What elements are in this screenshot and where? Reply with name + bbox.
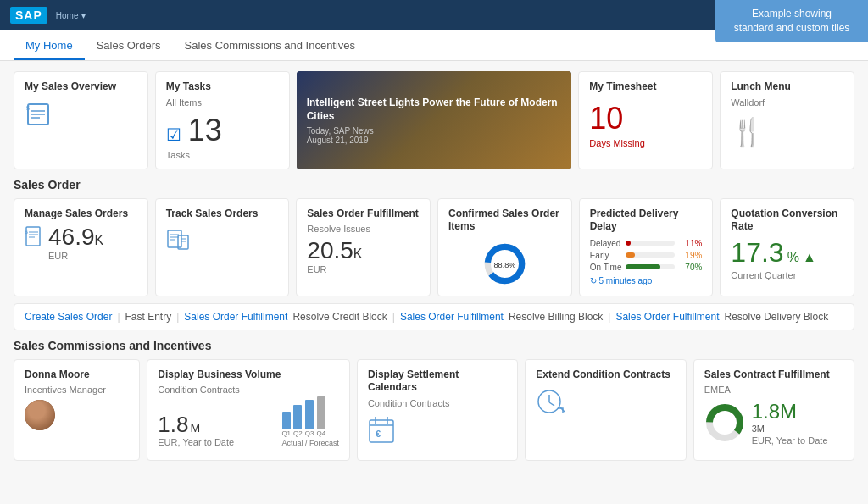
- news-tile[interactable]: Intelligent Street Lights Power the Futu…: [297, 71, 572, 169]
- fulfillment-value: 20.5: [307, 239, 353, 263]
- svg-text:88.8%: 88.8%: [493, 261, 515, 269]
- check-icon: ☑: [166, 125, 181, 145]
- bv-unit: EUR, Year to Date: [158, 437, 234, 447]
- cutlery-icon: 🍴: [731, 116, 843, 148]
- track-icon: [166, 227, 279, 257]
- refresh-time: 5 minutes ago: [598, 276, 652, 285]
- bar-q3: Q3: [305, 400, 314, 437]
- bv-suffix: M: [190, 421, 200, 435]
- predicted-delivery-tile[interactable]: Predicted Delivery Delay Delayed 11% Ear…: [579, 198, 714, 296]
- svg-text:€: €: [376, 429, 381, 439]
- my-home-tiles: My Sales Overview $ My Tasks All Items ☑…: [14, 71, 854, 169]
- ql-resolve-billing: Resolve Billing Block: [509, 311, 603, 323]
- my-sales-overview-tile[interactable]: My Sales Overview $: [14, 71, 148, 169]
- bv-value: 1.8: [158, 413, 188, 435]
- lunch-menu-tile[interactable]: Lunch Menu Walldorf 🍴: [720, 71, 854, 169]
- contract-value: 1.8M: [752, 400, 828, 424]
- tile-subtitle: Condition Contracts: [158, 385, 339, 395]
- tooltip-line1: Example showing: [752, 8, 832, 19]
- home-label-text: Home: [56, 11, 79, 20]
- bar-q4: Q4: [316, 396, 326, 437]
- chart-label: Actual / Forecast: [281, 439, 339, 447]
- tile-subtitle: Resolve Issues: [307, 224, 420, 234]
- commissions-section-title: Sales Commissions and Incentives: [14, 339, 854, 352]
- delivery-bars: Delayed 11% Early 19% On Time 70%: [590, 239, 703, 272]
- bar-chart: Q1 Q2 Q3 Q4: [281, 403, 339, 437]
- person-name: Donna Moore: [25, 368, 129, 382]
- svg-rect-5: [26, 227, 40, 246]
- svg-rect-10: [168, 230, 181, 247]
- tile-title: Track Sales Orders: [166, 208, 279, 221]
- tile-title: My Sales Overview: [25, 80, 137, 94]
- quotation-value: 17.3 % ▲: [731, 237, 843, 269]
- my-tasks-tile[interactable]: My Tasks All Items ☑ 13 Tasks: [155, 71, 290, 169]
- settlement-calendars-tile[interactable]: Display Settlement Calendars Condition C…: [357, 359, 518, 461]
- contract-donut: [704, 402, 745, 443]
- doc-icon: $: [25, 225, 45, 255]
- tab-commissions[interactable]: Sales Commissions and Incentives: [173, 32, 368, 60]
- tile-title: Lunch Menu: [731, 80, 843, 94]
- calendar-euro-icon: €: [368, 415, 507, 451]
- timesheet-unit: Days Missing: [589, 138, 702, 148]
- tooltip-line2: standard and custom tiles: [734, 22, 850, 34]
- tile-subtitle: All Items: [166, 97, 279, 108]
- tile-title: Confirmed Sales Order Items: [448, 208, 561, 234]
- svg-text:$: $: [25, 229, 28, 235]
- bar-delayed: Delayed 11%: [590, 239, 703, 248]
- main-content: My Sales Overview $ My Tasks All Items ☑…: [0, 61, 868, 478]
- bar-q1: Q1: [281, 412, 291, 437]
- quicklinks-bar: Create Sales Order | Fast Entry | Sales …: [14, 303, 854, 330]
- contract-subvalue: 3M: [752, 424, 828, 434]
- tile-title: Sales Contract Fulfillment: [704, 368, 843, 382]
- confirmed-sales-order-tile[interactable]: Confirmed Sales Order Items 88.8%: [437, 198, 572, 296]
- svg-line-27: [549, 402, 554, 406]
- my-timesheet-tile[interactable]: My Timesheet 10 Days Missing: [578, 71, 713, 169]
- manage-sales-orders-tile[interactable]: Manage Sales Orders $ 46.9 K: [14, 198, 148, 296]
- quotation-conversion-tile[interactable]: Quotation Conversion Rate 17.3 % ▲ Curre…: [720, 198, 854, 296]
- news-source: Today, SAP News: [307, 126, 562, 136]
- tile-title: Display Settlement Calendars: [368, 368, 507, 395]
- tasks-value: 13: [188, 113, 222, 148]
- bar-early: Early 19%: [590, 251, 703, 260]
- tile-subtitle: EMEA: [704, 385, 843, 395]
- ql-sof-billing[interactable]: Sales Order Fulfillment: [400, 311, 504, 323]
- tab-sales-orders[interactable]: Sales Orders: [85, 32, 173, 60]
- tile-title: Predicted Delivery Delay: [590, 208, 703, 234]
- svg-rect-20: [370, 420, 393, 442]
- extend-condition-contracts-tile[interactable]: Extend Condition Contracts: [525, 359, 686, 461]
- donna-moore-tile[interactable]: Donna Moore Incentives Manager: [14, 359, 140, 461]
- person-role: Incentives Manager: [25, 385, 129, 395]
- manage-unit: EUR: [48, 251, 103, 261]
- home-menu[interactable]: Home ▾: [56, 11, 86, 20]
- tasks-unit: Tasks: [166, 150, 279, 160]
- manage-suffix: K: [95, 233, 104, 248]
- fulfillment-suffix: K: [353, 246, 363, 262]
- ql-sof-delivery[interactable]: Sales Order Fulfillment: [615, 311, 719, 323]
- tile-title: Sales Order Fulfillment: [307, 208, 420, 221]
- tile-subtitle: Walldorf: [731, 97, 843, 108]
- sales-contract-fulfillment-tile[interactable]: Sales Contract Fulfillment EMEA 1.8M 3M …: [693, 359, 854, 461]
- tile-title: Display Business Volume: [158, 368, 339, 382]
- sales-order-section-title: Sales Order: [14, 178, 854, 191]
- trend-up-icon: ▲: [803, 250, 816, 265]
- bar-q2: Q2: [293, 405, 303, 437]
- quotation-number: 17.3: [731, 237, 783, 269]
- business-volume-tile[interactable]: Display Business Volume Condition Contra…: [147, 359, 350, 461]
- news-title: Intelligent Street Lights Power the Futu…: [307, 97, 562, 123]
- avatar: [25, 400, 55, 430]
- tab-my-home[interactable]: My Home: [14, 32, 85, 60]
- chevron-down-icon: ▾: [81, 11, 86, 20]
- track-sales-orders-tile[interactable]: Track Sales Orders: [155, 198, 290, 296]
- clock-arrow-icon: [536, 388, 675, 423]
- sales-overview-icon: $: [25, 101, 137, 134]
- ql-resolve-delivery: Resolve Delivery Block: [724, 311, 828, 323]
- ql-sof-credit[interactable]: Sales Order Fulfillment: [184, 311, 287, 323]
- manage-value: 46.9: [48, 225, 95, 249]
- quotation-percent-sign: %: [787, 250, 799, 265]
- tile-title: Quotation Conversion Rate: [731, 208, 843, 234]
- refresh-note: ↻ 5 minutes ago: [590, 276, 703, 285]
- sales-order-fulfillment-tile[interactable]: Sales Order Fulfillment Resolve Issues 2…: [296, 198, 431, 296]
- sap-logo: SAP: [10, 7, 47, 24]
- ql-create-sales-order[interactable]: Create Sales Order: [25, 311, 112, 323]
- tile-title: My Tasks: [166, 80, 279, 94]
